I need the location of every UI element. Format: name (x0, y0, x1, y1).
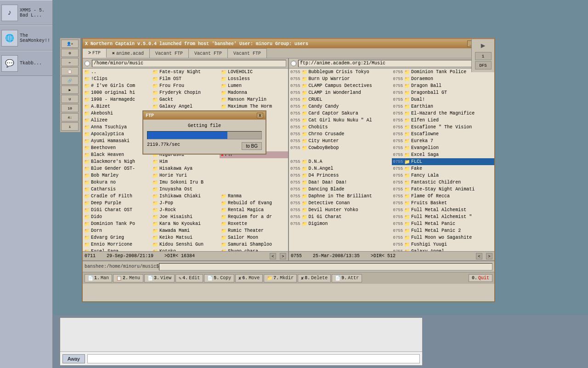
list-item[interactable]: 📁Dominion Tank Po (83, 220, 151, 227)
list-item[interactable]: 0755📁CRUEL (289, 96, 392, 103)
tab-vacant-1[interactable]: Vacant FTP (150, 48, 189, 58)
list-item[interactable]: 0755📁Fancy Lala (392, 172, 495, 179)
list-item[interactable]: 0755📁Dragonball GT (392, 89, 495, 96)
list-item[interactable]: 0755📁Full Metal Panic (392, 220, 495, 227)
list-item[interactable]: 0755📁CLAMP Campus Detectives (289, 82, 392, 89)
list-item[interactable] (289, 151, 392, 158)
list-item[interactable]: 📁Dorn (83, 227, 151, 234)
list-item[interactable]: 📁Anna Tsuchiya (83, 124, 151, 131)
left-panel-radio[interactable] (85, 61, 90, 66)
list-item[interactable] (220, 172, 288, 179)
list-item[interactable]: 📁Edvarg Grieg (83, 234, 151, 241)
list-item[interactable]: 0755📁Escaflowne (392, 131, 495, 138)
list-item[interactable]: 📁Requiem for a dr (220, 213, 288, 220)
left-panel-path[interactable]: /home/minoru/music (92, 60, 286, 67)
list-item[interactable]: 📁Beethoven (83, 144, 151, 151)
fn-button-delete[interactable]: ✘ 8.Delete (298, 274, 331, 282)
list-item[interactable]: 0755📁Fruits Basket (392, 200, 495, 207)
list-item[interactable]: 0755📁El-Hazard the Magnifice (392, 110, 495, 117)
fn-button-man[interactable]: 📄 1.Man (85, 274, 112, 282)
list-item[interactable]: 📁Samurai Shamploo (220, 241, 288, 248)
list-item[interactable]: 📁Inuyasha Ost (151, 186, 220, 193)
list-item[interactable] (220, 158, 288, 165)
list-item[interactable]: 📁Ennio Morricone (83, 241, 151, 248)
list-item[interactable]: 0755📁Flame Of Recca (392, 193, 495, 200)
fn-button-attr[interactable]: 📄 9.Attr (332, 274, 362, 282)
list-item[interactable]: 0755📁Full Metal Alchemist " (392, 213, 495, 220)
list-item[interactable]: 0755📁Digimon (289, 220, 392, 227)
list-item[interactable]: 📁Excel Saga (83, 248, 151, 251)
list-item[interactable]: 0755📁Elfen Lied (392, 117, 495, 124)
list-item[interactable]: 0755📁Daa! Daa! Daa! (289, 179, 392, 186)
taskbar-item-tkabber[interactable]: 💬 Tkabb... (0, 51, 52, 76)
list-item[interactable]: 📁A.Bizet (83, 103, 151, 110)
list-item[interactable]: 0755📁Daphne in The Brilliant (289, 193, 392, 200)
list-item[interactable]: 0755📁Dual! (392, 96, 495, 103)
list-item[interactable]: 📁Kidou Senshi Gun (151, 241, 220, 248)
list-item[interactable]: 📁Frou Frou (151, 82, 220, 89)
away-button[interactable]: Away (62, 354, 85, 363)
list-item[interactable]: 0755📁Escaflone " The Vision (392, 124, 495, 131)
list-item[interactable]: 0755📁CLAMP in Wonderland (289, 89, 392, 96)
list-item[interactable]: 📁DiGi Charat OST (83, 207, 151, 213)
list-item[interactable]: 📁.. (83, 69, 151, 75)
list-item[interactable]: 📁Gackt (151, 96, 220, 103)
list-item[interactable]: 📁Hisakawa Aya (151, 165, 220, 172)
list-item[interactable]: 📁Manson Marylin (220, 96, 288, 103)
list-item[interactable]: 0755📁Fate-Stay Night Animati (392, 186, 495, 193)
list-item[interactable]: 📁Dido (83, 213, 151, 220)
list-item[interactable]: 0755📁Card Captor Sakura (289, 110, 392, 117)
st-btn-5[interactable]: 🔗 (61, 76, 79, 85)
list-item[interactable]: 0755📁FLCL (392, 158, 495, 165)
list-item[interactable]: 0755📁Eureka 7 (392, 138, 495, 144)
fn-button-quit[interactable]: 0.Quit (469, 274, 492, 282)
list-item[interactable]: 📁LOVEHOLIC (220, 69, 288, 75)
list-item[interactable]: 0755📁D.N.Angel (289, 165, 392, 172)
list-item[interactable]: 📁Rumic Theater (220, 227, 288, 234)
st-btn-9[interactable]: 4: (61, 113, 79, 121)
list-item[interactable]: 0755📁D4 Princess (289, 172, 392, 179)
list-item[interactable]: 0755📁Dancing Blade (289, 186, 392, 193)
list-item[interactable]: 📁Fate-stay Night (151, 69, 220, 75)
tab-vacant-3[interactable]: Vacant FTP (228, 48, 267, 58)
list-item[interactable]: 0755📁Full Metal Panic 2 (392, 227, 495, 234)
fn-button-menu[interactable]: 📋 2.Menu (113, 274, 143, 282)
list-item[interactable]: 0755📁Full Moon wo Sagashite (392, 234, 495, 241)
list-item[interactable]: 📁Black Heaven (83, 151, 151, 158)
list-item[interactable]: 📁Ayumi Hamasaki (83, 138, 151, 144)
transfer-close-button[interactable]: X (257, 113, 263, 118)
list-item[interactable]: 0755📁Doraemon (392, 75, 495, 82)
list-item[interactable]: 📁Him (151, 158, 220, 165)
list-item[interactable]: 0755📁Burn Up Warrior (289, 75, 392, 82)
list-item[interactable]: 📁Blue Gender OST- (83, 165, 151, 172)
left-file-list[interactable]: 📁.. 📁!Clips 📁# I've Girls Com 📁1000 orig… (83, 69, 288, 251)
list-item[interactable]: 📁Fryderyk Chopin (151, 89, 220, 96)
st-btn-7[interactable]: U (61, 95, 79, 103)
list-item[interactable]: 0755📁D.N.A (289, 158, 392, 165)
st-btn-6[interactable]: ▶ (61, 86, 79, 94)
list-item[interactable]: 📁Galaxy Angel (151, 103, 220, 110)
list-item[interactable] (220, 186, 288, 193)
tab-anime-acad[interactable]: ✖ anime.acad (107, 48, 150, 58)
st-btn-2[interactable]: ⚙ (61, 49, 79, 57)
list-item[interactable]: 0755📁Evangelion (392, 144, 495, 151)
fn-button-mkdir[interactable]: 📁 7.Mkdir (264, 274, 297, 282)
list-item[interactable]: 📁Apocalyptica (83, 131, 151, 138)
list-item[interactable]: 0755📁Fushigi Yuugi (392, 241, 495, 248)
st-btn-1[interactable]: 👤+ (61, 40, 79, 48)
list-item[interactable]: 📁Catharsis (83, 186, 151, 193)
list-item[interactable]: 0755📁City Hunter (289, 138, 392, 144)
list-item[interactable]: 0755📁Devil Hunter Yohko (289, 207, 392, 213)
right-file-list[interactable]: 0755📁Bubblegum Crisis Tokyo 0755📁Burn Up… (289, 69, 494, 251)
list-item[interactable]: 📁Bob Marley (83, 172, 151, 179)
list-item[interactable]: 0755📁Cat Girl Nuku Nuku " Al (289, 117, 392, 124)
left-nav-next[interactable]: > (280, 253, 286, 259)
taskbar-item-xmms[interactable]: ♪ XMMS - 5. Bad L... (0, 0, 52, 25)
list-item[interactable]: 0755📁Chrno Crusade (289, 131, 392, 138)
right-panel-radio[interactable] (291, 61, 296, 66)
list-item[interactable]: 📁Lumen (220, 82, 288, 89)
list-item[interactable]: 📁!Clips (83, 75, 151, 82)
ctrl-number[interactable]: 1 (475, 52, 492, 60)
fn-button-move[interactable]: ✘ 6.Move (235, 274, 263, 282)
list-item[interactable]: 0755📁Fantastic Children (392, 179, 495, 186)
